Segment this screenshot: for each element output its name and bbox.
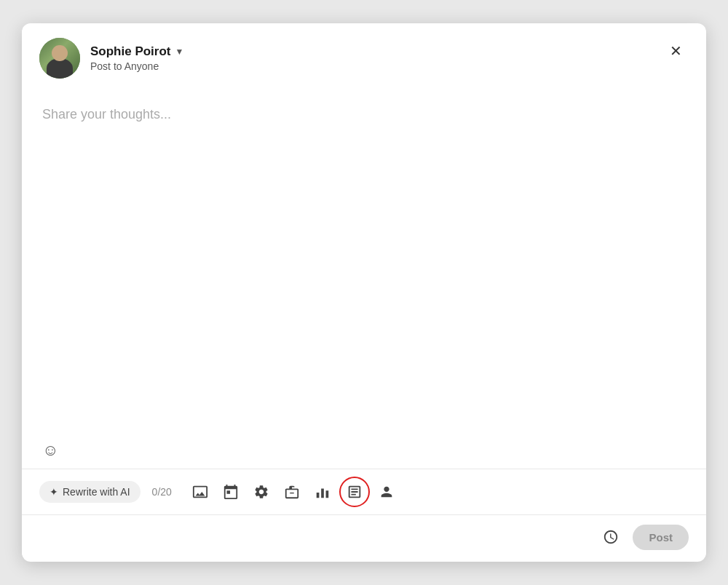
rewrite-ai-button[interactable]: ✦ Rewrite with AI [39, 481, 141, 503]
gear-icon [253, 484, 269, 500]
profile-icon [379, 484, 395, 500]
char-count: 0/20 [152, 486, 172, 498]
image-button[interactable] [186, 478, 214, 506]
close-button[interactable]: ✕ [662, 38, 689, 64]
profile-button[interactable] [373, 478, 400, 506]
newsletter-icon [347, 484, 363, 500]
briefcase-button[interactable] [278, 478, 306, 506]
chevron-down-icon[interactable]: ▼ [175, 47, 184, 57]
poll-button[interactable] [309, 478, 336, 506]
user-name-row: Sophie Poirot ▼ [90, 44, 183, 59]
modal-header: Sophie Poirot ▼ Post to Anyone ✕ [22, 23, 706, 90]
clock-icon [603, 529, 619, 545]
compose-modal: Sophie Poirot ▼ Post to Anyone ✕ ☺ ✦ Rew… [22, 23, 706, 562]
post-button[interactable]: Post [633, 525, 689, 550]
sparkle-icon: ✦ [50, 486, 58, 498]
user-info: Sophie Poirot ▼ Post to Anyone [39, 38, 183, 79]
toolbar: ✦ Rewrite with AI 0/20 [22, 469, 706, 514]
compose-textarea[interactable] [22, 90, 706, 432]
avatar [39, 38, 80, 79]
calendar-icon [223, 484, 239, 500]
user-details: Sophie Poirot ▼ Post to Anyone [90, 44, 183, 72]
toolbar-icons [186, 477, 400, 507]
rewrite-ai-label: Rewrite with AI [63, 486, 130, 498]
user-name: Sophie Poirot [90, 44, 171, 59]
post-visibility: Post to Anyone [90, 60, 183, 72]
settings-button[interactable] [248, 478, 275, 506]
emoji-row: ☺ [22, 432, 706, 469]
schedule-button[interactable] [598, 524, 624, 550]
emoji-button[interactable]: ☺ [39, 438, 61, 463]
calendar-button[interactable] [217, 478, 245, 506]
image-icon [192, 484, 208, 500]
newsletter-button[interactable] [339, 477, 370, 507]
chart-icon [314, 484, 331, 500]
briefcase-icon [284, 484, 300, 500]
modal-footer: Post [22, 514, 706, 562]
